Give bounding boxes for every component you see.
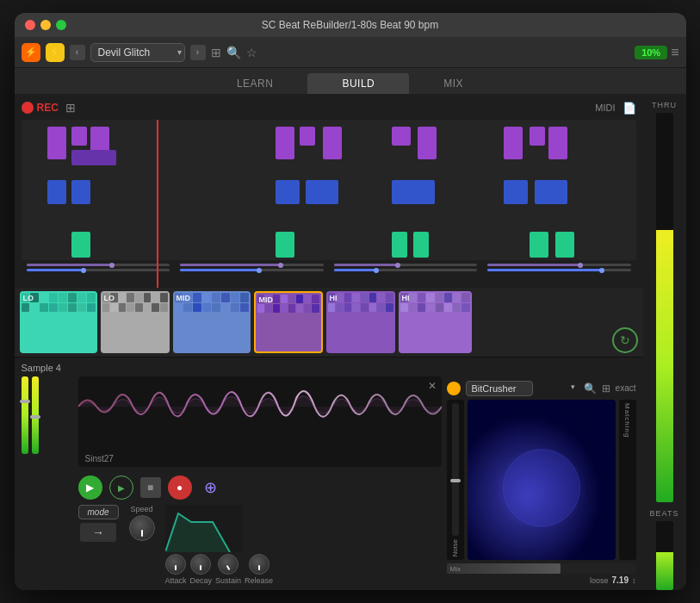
mode-button[interactable]: mode bbox=[78, 505, 119, 519]
beat-block[interactable] bbox=[392, 180, 435, 204]
beat-grid[interactable] bbox=[22, 120, 636, 288]
pitch-dot[interactable] bbox=[278, 263, 283, 268]
tab-build[interactable]: BUILD bbox=[307, 73, 409, 94]
preset-dropdown[interactable]: Devil Glitch bbox=[90, 43, 185, 62]
beat-block[interactable] bbox=[418, 127, 437, 159]
pitch-dot[interactable] bbox=[578, 263, 583, 268]
pitch-fill bbox=[334, 264, 399, 266]
pitch-dot[interactable] bbox=[374, 268, 379, 273]
beat-block[interactable] bbox=[535, 180, 567, 204]
play-loop-button[interactable]: ▶ bbox=[109, 476, 133, 500]
secondary-icon[interactable]: ⚡ bbox=[46, 43, 65, 62]
sample-pad-lo2[interactable]: LO const lo2Colors = ['#888','#444','#bb… bbox=[101, 291, 170, 353]
fader-handle[interactable] bbox=[20, 400, 30, 403]
beat-block[interactable] bbox=[306, 180, 338, 204]
release-knob[interactable] bbox=[249, 554, 269, 575]
fader-2[interactable] bbox=[32, 376, 39, 454]
stop-button[interactable]: ■ bbox=[140, 477, 161, 498]
sample-pad-hi1-label: HI bbox=[330, 295, 338, 302]
sample-pad-mid1[interactable]: MID const mid1Colors = ['#3355aa','#5577… bbox=[173, 291, 251, 353]
minimize-button[interactable] bbox=[40, 20, 51, 30]
beats-meter-fill bbox=[656, 552, 673, 590]
pitch-track bbox=[27, 264, 170, 266]
pitch-dot[interactable] bbox=[257, 268, 262, 273]
tab-learn[interactable]: LEARN bbox=[202, 73, 308, 94]
close-button[interactable] bbox=[25, 20, 35, 30]
beat-block[interactable] bbox=[392, 232, 407, 258]
sample-pad-hi1[interactable]: HI const hi1Colors = ['#6644aa','#8866cc… bbox=[326, 291, 395, 353]
decay-knob[interactable] bbox=[190, 554, 211, 575]
pitch-dot[interactable] bbox=[81, 268, 86, 273]
plugin-power-button[interactable] bbox=[447, 382, 461, 395]
play-button[interactable]: ▶ bbox=[78, 476, 102, 500]
beat-block[interactable] bbox=[47, 180, 66, 204]
plugin-dropdown[interactable]: BitCrusher bbox=[466, 381, 533, 396]
sample-pad-mid2[interactable]: MID const mid2Colors = ['#6633aa','#8855… bbox=[254, 291, 323, 353]
beat-block[interactable] bbox=[530, 232, 548, 258]
beat-block[interactable] bbox=[504, 180, 528, 204]
pitch-fill bbox=[487, 264, 580, 266]
rec-button[interactable]: REC bbox=[22, 102, 59, 114]
fader-1[interactable] bbox=[22, 376, 28, 454]
beat-block[interactable] bbox=[276, 180, 300, 204]
beats-meter bbox=[656, 521, 673, 590]
beat-block[interactable] bbox=[555, 232, 574, 258]
menu-icon[interactable]: ≡ bbox=[671, 45, 678, 60]
beat-block[interactable] bbox=[276, 232, 294, 258]
star-icon[interactable]: ☆ bbox=[246, 46, 257, 59]
beat-block[interactable] bbox=[71, 150, 116, 165]
stack-button[interactable]: ⊕ bbox=[199, 476, 223, 500]
decay-group: Decay bbox=[190, 554, 213, 585]
sample-pad-hi2[interactable]: HI const hi2Colors = ['#7755aa','#9977cc… bbox=[399, 291, 472, 353]
pitch-dot[interactable] bbox=[395, 263, 400, 268]
pitch-fill bbox=[27, 269, 84, 271]
nav-back-button[interactable]: ‹ bbox=[70, 45, 85, 60]
nav-forward-button[interactable]: › bbox=[190, 45, 206, 60]
noise-handle[interactable] bbox=[450, 479, 461, 482]
midi-file-icon[interactable]: 📄 bbox=[623, 102, 636, 115]
sustain-knob[interactable] bbox=[218, 554, 238, 575]
pitch-track bbox=[487, 269, 631, 271]
beat-block[interactable] bbox=[392, 127, 411, 146]
beat-block[interactable] bbox=[71, 127, 87, 146]
beat-block[interactable] bbox=[530, 127, 545, 146]
maximize-button[interactable] bbox=[56, 20, 66, 30]
tab-mix[interactable]: MIX bbox=[409, 73, 498, 94]
mix-slider[interactable]: Mix bbox=[447, 563, 636, 574]
plugin-search-icon[interactable]: 🔍 bbox=[584, 382, 597, 395]
beat-block[interactable] bbox=[300, 127, 315, 146]
pitch-track bbox=[180, 269, 324, 271]
noise-track[interactable] bbox=[452, 403, 459, 536]
plugin-grid-icon[interactable]: ⊞ bbox=[602, 382, 610, 395]
controls-row: mode → Speed bbox=[78, 505, 442, 585]
record-button[interactable]: ● bbox=[168, 476, 192, 500]
beat-block[interactable] bbox=[71, 232, 90, 258]
search-icon[interactable]: 🔍 bbox=[226, 46, 241, 59]
pitch-track bbox=[334, 269, 478, 271]
beat-block[interactable] bbox=[47, 127, 66, 159]
sample-pad-lo2-label: LO bbox=[104, 295, 115, 302]
speed-knob[interactable] bbox=[129, 515, 155, 541]
pitch-dot[interactable] bbox=[109, 263, 115, 268]
beat-block[interactable] bbox=[276, 127, 294, 159]
nav-controls: ‹ bbox=[70, 45, 85, 60]
waveform-close-button[interactable]: ✕ bbox=[428, 380, 437, 392]
refresh-button[interactable]: ↻ bbox=[612, 327, 638, 353]
beat-block[interactable] bbox=[504, 127, 523, 159]
attack-knob[interactable] bbox=[165, 554, 186, 575]
sample-pad-lo1[interactable]: LO // Generate texture cells for LO1 (cy… bbox=[20, 291, 97, 353]
unit-label: ↕ bbox=[632, 576, 636, 585]
grid-icon[interactable]: ⊞ bbox=[65, 101, 76, 115]
plugin-canvas[interactable] bbox=[468, 400, 616, 560]
percentage-badge: 10% bbox=[635, 46, 667, 59]
beat-block[interactable] bbox=[413, 232, 429, 258]
fader-handle[interactable] bbox=[30, 415, 40, 419]
waveform-svg bbox=[78, 376, 442, 437]
beat-block[interactable] bbox=[71, 180, 90, 204]
beat-block[interactable] bbox=[323, 127, 342, 159]
grid-view-icon[interactable]: ⊞ bbox=[211, 46, 221, 59]
beat-block[interactable] bbox=[548, 127, 567, 159]
main-icon[interactable]: ⚡ bbox=[22, 43, 40, 62]
sequencer-header: REC ⊞ MIDI 📄 bbox=[22, 101, 636, 115]
pitch-dot[interactable] bbox=[599, 268, 604, 273]
